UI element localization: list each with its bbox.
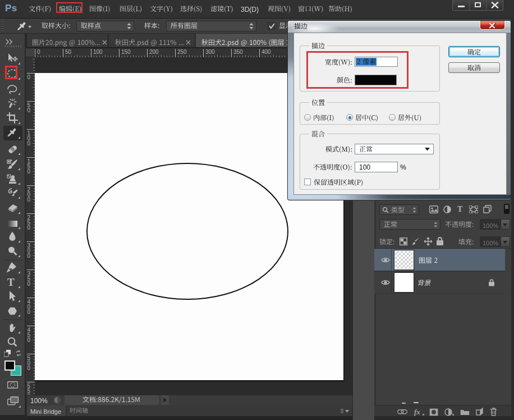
svg-text:0: 0	[27, 309, 31, 315]
svg-text:0: 0	[27, 225, 31, 231]
svg-text:300: 300	[205, 49, 215, 55]
svg-text:0: 0	[27, 365, 31, 371]
svg-text:0: 0	[27, 253, 31, 259]
svg-text:0: 0	[27, 337, 31, 343]
svg-text:0: 0	[27, 197, 31, 203]
svg-text:0: 0	[37, 49, 40, 55]
svg-text:350: 350	[233, 49, 243, 55]
svg-text:150: 150	[121, 49, 131, 55]
svg-text:0: 0	[27, 140, 31, 147]
svg-text:0: 0	[27, 393, 31, 395]
svg-text:0: 0	[27, 281, 31, 287]
svg-text:100: 100	[93, 49, 103, 55]
svg-text:250: 250	[177, 49, 187, 55]
svg-text:0: 0	[27, 74, 31, 80]
svg-text:0: 0	[27, 107, 31, 113]
svg-text:400: 400	[261, 49, 271, 55]
svg-text:50: 50	[65, 49, 72, 55]
svg-text:200: 200	[149, 49, 159, 55]
svg-text:0: 0	[27, 168, 31, 175]
